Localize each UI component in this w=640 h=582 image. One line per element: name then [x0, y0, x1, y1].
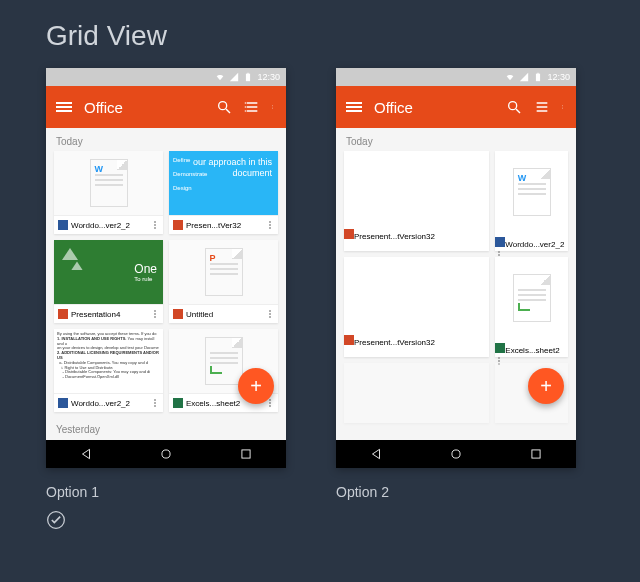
- slide-title: On: [465, 297, 484, 313]
- svg-point-17: [562, 105, 563, 106]
- fab-add-button[interactable]: +: [528, 368, 564, 404]
- battery-icon: [533, 72, 543, 82]
- file-name: Worddo...ver2_2: [71, 221, 148, 230]
- svg-point-15: [509, 102, 517, 110]
- more-icon[interactable]: [151, 310, 159, 318]
- more-icon[interactable]: [266, 310, 274, 318]
- option-label: Option 1: [46, 484, 286, 500]
- svg-rect-0: [246, 74, 250, 82]
- nav-recent-icon[interactable]: [239, 447, 253, 461]
- slide-title: our approach in this document: [169, 157, 272, 179]
- svg-rect-1: [248, 73, 250, 74]
- svg-rect-13: [536, 74, 540, 82]
- svg-point-18: [562, 107, 563, 108]
- file-card[interactable]: OneTo rule Presentation4: [54, 240, 163, 323]
- signal-icon: [229, 72, 239, 82]
- more-icon[interactable]: [151, 221, 159, 229]
- svg-point-8: [272, 107, 273, 108]
- slide-title: One: [134, 262, 157, 276]
- app-title: Office: [84, 99, 204, 116]
- file-card[interactable]: DefineDemonstrateDesign our approach in …: [169, 151, 278, 234]
- svg-rect-14: [538, 73, 540, 74]
- hamburger-icon[interactable]: [346, 102, 362, 112]
- phone-mockup-2: 12:30 Office Today our approach in this …: [336, 68, 576, 468]
- nav-back-icon[interactable]: [79, 447, 93, 461]
- status-time: 12:30: [547, 72, 570, 82]
- options-row: 12:30 Office Today W Worddo...ver2_2 Def…: [0, 68, 640, 534]
- check-selected-icon[interactable]: [46, 510, 66, 530]
- wifi-icon: [505, 72, 515, 82]
- list-view-icon[interactable]: [244, 99, 260, 115]
- phone-mockup-1: 12:30 Office Today W Worddo...ver2_2 Def…: [46, 68, 286, 468]
- file-name: Untitled: [186, 310, 263, 319]
- file-card[interactable]: By using the software, you accept these …: [54, 329, 163, 412]
- app-title: Office: [374, 99, 494, 116]
- page-title: Grid View: [0, 0, 640, 68]
- nav-bar: [46, 440, 286, 468]
- file-card[interactable]: W Worddo...ver2_2: [54, 151, 163, 234]
- svg-point-4: [245, 102, 246, 103]
- svg-point-9: [272, 108, 273, 109]
- battery-icon: [243, 72, 253, 82]
- search-icon[interactable]: [506, 99, 522, 115]
- section-yesterday: Yesterday: [46, 416, 286, 439]
- signal-icon: [519, 72, 529, 82]
- file-name: Worddo...ver2_2: [505, 240, 564, 249]
- file-name: Presenent...tVersion32: [354, 338, 435, 347]
- section-today: Today: [46, 128, 286, 151]
- svg-point-19: [562, 108, 563, 109]
- overflow-icon[interactable]: [562, 99, 566, 115]
- file-card[interactable]: P Untitled: [169, 240, 278, 323]
- svg-point-5: [245, 106, 246, 107]
- option-2: 12:30 Office Today our approach in this …: [336, 68, 576, 534]
- status-bar: 12:30: [336, 68, 576, 86]
- file-name: Presen...tVer32: [186, 221, 263, 230]
- more-icon[interactable]: [266, 399, 274, 407]
- more-icon[interactable]: [344, 243, 352, 251]
- file-name: Presentation4: [71, 310, 148, 319]
- content-area: Today W Worddo...ver2_2 DefineDemonstrat…: [46, 128, 286, 440]
- nav-home-icon[interactable]: [159, 447, 173, 461]
- file-card[interactable]: our approach in this document DefineDemo…: [344, 151, 489, 251]
- search-icon[interactable]: [216, 99, 232, 115]
- hamburger-icon[interactable]: [56, 102, 72, 112]
- svg-line-3: [226, 109, 230, 113]
- svg-line-16: [516, 109, 520, 113]
- list-view-icon[interactable]: [534, 99, 550, 115]
- file-name: Excels...sheet2: [505, 346, 559, 355]
- svg-point-10: [162, 450, 170, 458]
- fab-add-button[interactable]: +: [238, 368, 274, 404]
- section-today: Today: [336, 128, 576, 151]
- nav-back-icon[interactable]: [369, 447, 383, 461]
- content-area: Today our approach in this document Defi…: [336, 128, 576, 440]
- option-1: 12:30 Office Today W Worddo...ver2_2 Def…: [46, 68, 286, 534]
- nav-bar: [336, 440, 576, 468]
- svg-point-6: [245, 110, 246, 111]
- status-bar: 12:30: [46, 68, 286, 86]
- overflow-icon[interactable]: [272, 99, 276, 115]
- file-card[interactable]: W Worddo...ver2_2: [495, 151, 568, 251]
- app-bar: Office: [46, 86, 286, 128]
- status-time: 12:30: [257, 72, 280, 82]
- nav-recent-icon[interactable]: [529, 447, 543, 461]
- file-name: Worddo...ver2_2: [71, 399, 148, 408]
- svg-point-7: [272, 105, 273, 106]
- wifi-icon: [215, 72, 225, 82]
- svg-point-20: [452, 450, 460, 458]
- more-icon[interactable]: [151, 399, 159, 407]
- more-icon[interactable]: [344, 349, 352, 357]
- svg-rect-11: [242, 450, 250, 458]
- app-bar: Office: [336, 86, 576, 128]
- more-icon[interactable]: [266, 221, 274, 229]
- nav-home-icon[interactable]: [449, 447, 463, 461]
- file-name: Presenent...tVersion32: [354, 232, 435, 241]
- file-card[interactable]: Excels...sheet2: [495, 257, 568, 357]
- svg-rect-21: [532, 450, 540, 458]
- file-card[interactable]: OnTo ru Presenent...tVersion32: [344, 257, 489, 357]
- option-label: Option 2: [336, 484, 576, 500]
- svg-point-2: [219, 102, 227, 110]
